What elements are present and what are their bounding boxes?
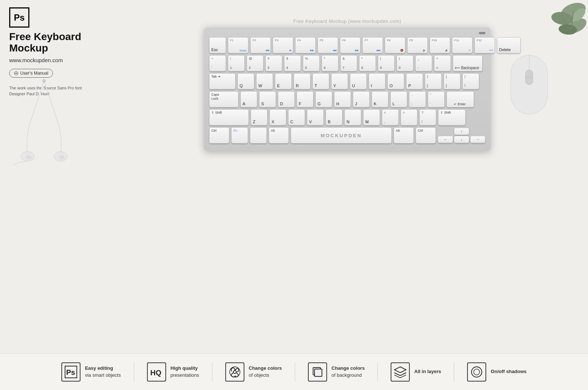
key-o[interactable]: O [387,73,404,89]
key-backspace[interactable]: ⟵ Backspace [453,55,483,71]
key-minus[interactable]: _- [415,55,432,71]
key-f3[interactable]: F3▶ [273,37,293,53]
key-e[interactable]: E [275,73,292,89]
key-f[interactable]: F [297,91,313,107]
feature-easy-editing-text: Easy editing via smart objects [85,365,121,378]
key-k[interactable]: K [372,91,388,107]
key-b[interactable]: B [326,109,343,125]
key-comma[interactable]: <, [382,109,399,125]
key-arrow-up[interactable]: ↑ [454,128,469,135]
layers-feature-icon [308,362,327,382]
svg-point-22 [230,367,240,377]
key-f2[interactable]: F2◀◀ [250,37,271,53]
keyboard-wrapper: Free Keyboard Mockup (www.mockupden.com)… [204,18,491,151]
key-i[interactable]: I [369,73,386,89]
key-equals[interactable]: += [434,55,451,71]
key-5[interactable]: %5 [303,55,320,71]
key-f6[interactable]: F6▶▶ [340,37,361,53]
key-f10[interactable]: F10🔊 [430,37,450,53]
page-title: Free KeyboardMockup [9,31,97,54]
key-space[interactable]: MOCKUPDEN [291,127,392,143]
key-backslash[interactable]: |\ [462,73,479,89]
key-w[interactable]: W [256,73,273,89]
key-d[interactable]: D [278,91,295,107]
key-j[interactable]: J [353,91,370,107]
ps-logo-box: Ps [9,7,29,28]
ps-logo-text: Ps [14,13,25,23]
key-v[interactable]: V [307,109,324,125]
svg-point-28 [472,367,482,377]
key-c[interactable]: C [288,109,305,125]
key-0[interactable]: )0 [397,55,413,71]
key-ctrl-left[interactable]: Ctrl [209,127,229,143]
key-f1[interactable]: F1Media [228,37,248,53]
key-z[interactable]: Z [251,109,268,125]
key-9[interactable]: (9 [378,55,395,71]
key-alt-right[interactable]: Alt [394,127,414,143]
left-panel: Ps Free KeyboardMockup www.mockupden.com… [0,0,107,390]
key-f9[interactable]: F9🔈 [407,37,428,53]
feature-change-colors-bg: Change colors of background [295,362,378,382]
feature-easy-editing: Ps Easy editing via smart objects [49,362,134,382]
key-f12[interactable]: F12☀☀ [474,37,495,53]
key-h[interactable]: H [334,91,351,107]
key-slash[interactable]: ?/ [419,109,436,125]
key-2[interactable]: @2 [247,55,263,71]
key-fn[interactable]: Fn [231,127,248,143]
key-g[interactable]: G [315,91,332,107]
key-f7[interactable]: F7▶▶| [362,37,383,53]
key-p[interactable]: P [406,73,423,89]
layers-svg-icon [311,365,324,379]
asdf-row: CapsLock A S D F G H J K L :; "' ↵ Enter [209,91,485,107]
key-semicolon[interactable]: :; [409,91,426,107]
key-4[interactable]: $4 [284,55,301,71]
key-quote[interactable]: "' [428,91,445,107]
stack-svg-icon [394,365,407,379]
key-arrow-left[interactable]: ← [438,136,453,143]
key-tilde[interactable]: ~` [209,55,226,71]
key-l[interactable]: L [390,91,407,107]
key-m[interactable]: M [363,109,380,125]
key-f4[interactable]: F4▶▶ [295,37,316,53]
key-f11[interactable]: F11☀ [452,37,473,53]
key-s[interactable]: S [259,91,276,107]
earphones-decoration [7,74,81,166]
key-rbracket[interactable]: }] [444,73,460,89]
key-ctrl-right[interactable]: Ctrl [416,127,436,143]
key-y[interactable]: Y [331,73,348,89]
hq-feature-icon: HQ [147,362,166,382]
key-alt-left[interactable]: Alt [269,127,289,143]
mouse-decoration [500,37,559,140]
key-f8[interactable]: F8🔇 [385,37,405,53]
key-t[interactable]: T [312,73,329,89]
key-6[interactable]: ^6 [322,55,338,71]
key-period[interactable]: >. [401,109,417,125]
key-shift-right[interactable]: ⇧ Shift [438,109,466,125]
biohazard-svg-icon [228,365,241,379]
key-win[interactable] [250,127,267,143]
key-r[interactable]: R [294,73,311,89]
key-arrow-down[interactable]: ↓ [454,136,469,143]
keyboard-indicator [479,32,485,34]
key-shift-left[interactable]: ⇧ Shift [209,109,249,125]
keyboard: Esc F1Media F2◀◀ F3▶ F4▶▶ F5◀◀ F6▶▶ F7▶▶… [204,27,491,151]
key-8[interactable]: *8 [359,55,376,71]
key-x[interactable]: X [269,109,286,125]
key-a[interactable]: A [240,91,257,107]
key-caps-lock[interactable]: CapsLock [209,91,239,107]
key-lbracket[interactable]: {[ [425,73,442,89]
key-enter[interactable]: ↵ Enter [447,91,474,107]
key-1[interactable]: !1 [228,55,245,71]
key-n[interactable]: N [344,109,361,125]
key-arrow-right[interactable]: → [470,136,485,143]
key-f5[interactable]: F5◀◀ [318,37,338,53]
key-q[interactable]: Q [237,73,254,89]
key-7[interactable]: &7 [340,55,357,71]
key-3[interactable]: #3 [265,55,282,71]
shadow-feature-icon [467,362,486,382]
key-tab[interactable]: Tab ⇥ [209,73,236,89]
key-esc[interactable]: Esc [209,37,226,53]
ps-svg-icon: Ps [64,365,78,379]
key-u[interactable]: U [350,73,367,89]
main-content: Free Keyboard Mockup (www.mockupden.com)… [107,0,588,353]
